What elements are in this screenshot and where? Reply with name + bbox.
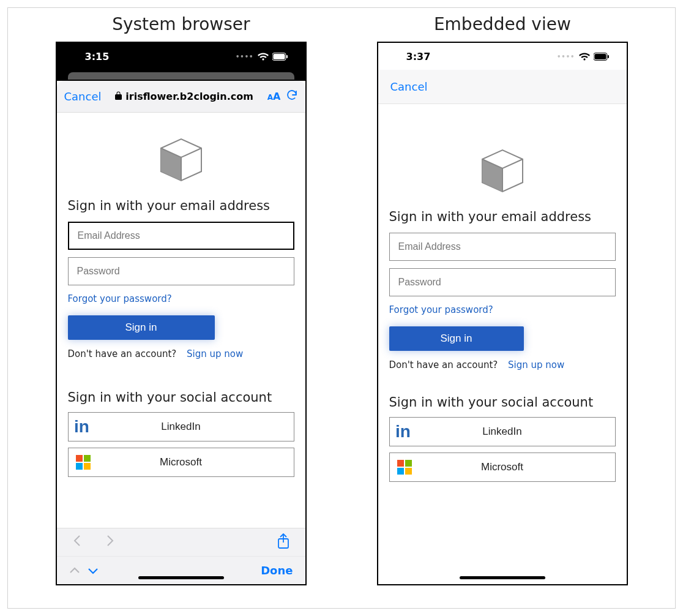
app-logo <box>68 136 294 184</box>
done-button[interactable]: Done <box>261 564 293 577</box>
svg-rect-9 <box>76 463 83 470</box>
forgot-password-link[interactable]: Forgot your password? <box>68 293 172 304</box>
linkedin-icon: in <box>390 423 419 440</box>
microsoft-button[interactable]: Microsoft <box>389 453 616 482</box>
title-embedded-view: Embedded view <box>434 14 571 34</box>
url-text: irisflower.b2clogin.com <box>125 91 253 102</box>
signup-link[interactable]: Sign up now <box>187 348 243 359</box>
wifi-icon <box>258 53 269 61</box>
address-bar[interactable]: irisflower.b2clogin.com <box>106 91 262 102</box>
battery-icon <box>594 53 610 61</box>
status-time: 3:15 <box>85 51 110 62</box>
svg-rect-20 <box>397 460 404 467</box>
phone-system-browser: 3:15 •••• Cancel ir <box>56 42 307 585</box>
share-button[interactable] <box>277 533 289 552</box>
svg-rect-10 <box>84 463 91 470</box>
home-indicator <box>138 576 224 579</box>
phone-embedded-view: 3:37 •••• Cancel <box>377 42 628 585</box>
cancel-button[interactable]: Cancel <box>64 90 102 103</box>
safari-find-bar: Done <box>57 556 305 584</box>
linkedin-button[interactable]: in LinkedIn <box>68 412 294 441</box>
svg-rect-23 <box>405 468 412 475</box>
signup-link[interactable]: Sign up now <box>508 359 564 370</box>
no-account-text: Don't have an account? <box>389 359 498 370</box>
svg-text:in: in <box>74 418 89 435</box>
back-button[interactable] <box>73 535 81 550</box>
embedded-nav-bar: Cancel <box>378 70 627 104</box>
status-bar: 3:15 •••• <box>57 43 305 70</box>
linkedin-label: LinkedIn <box>98 421 294 433</box>
microsoft-button[interactable]: Microsoft <box>68 448 294 477</box>
app-logo <box>389 147 616 195</box>
comparison-container: System browser Embedded view 3:15 •••• <box>7 7 676 609</box>
social-heading: Sign in with your social account <box>389 395 616 410</box>
linkedin-icon: in <box>69 418 98 435</box>
refresh-button[interactable] <box>286 89 298 104</box>
svg-rect-2 <box>286 55 288 58</box>
linkedin-button[interactable]: in LinkedIn <box>389 417 616 446</box>
svg-rect-14 <box>594 54 606 59</box>
svg-rect-15 <box>608 55 609 58</box>
lock-icon <box>115 91 122 102</box>
forgot-password-link[interactable]: Forgot your password? <box>389 304 493 315</box>
svg-text:in: in <box>395 423 411 440</box>
page-content: Sign in with your email address Forgot y… <box>57 113 305 528</box>
wifi-icon <box>579 53 590 61</box>
svg-rect-8 <box>84 455 91 462</box>
page-content: Sign in with your email address Forgot y… <box>378 104 627 584</box>
no-account-text: Don't have an account? <box>68 348 177 359</box>
microsoft-icon <box>390 460 419 475</box>
svg-rect-1 <box>273 54 285 59</box>
home-indicator <box>460 576 545 579</box>
signup-row: Don't have an account? Sign up now <box>389 359 616 370</box>
reader-button[interactable]: AA <box>267 91 281 102</box>
find-prev-button[interactable] <box>69 564 80 577</box>
svg-rect-22 <box>397 468 404 475</box>
safari-nav-bar: Cancel irisflower.b2clogin.com AA <box>57 81 305 113</box>
signin-heading: Sign in with your email address <box>68 198 294 213</box>
safari-toolbar <box>57 528 305 556</box>
svg-rect-21 <box>405 460 412 467</box>
cancel-button[interactable]: Cancel <box>390 80 428 93</box>
password-field[interactable] <box>389 268 616 296</box>
signup-row: Don't have an account? Sign up now <box>68 348 294 359</box>
signin-button[interactable]: Sign in <box>68 315 215 340</box>
email-field[interactable] <box>389 233 616 261</box>
cellular-icon: •••• <box>236 53 254 60</box>
signin-button[interactable]: Sign in <box>389 326 524 351</box>
password-field[interactable] <box>68 257 294 285</box>
forward-button[interactable] <box>106 535 114 550</box>
microsoft-label: Microsoft <box>98 456 294 468</box>
microsoft-label: Microsoft <box>419 461 615 473</box>
linkedin-label: LinkedIn <box>419 426 615 438</box>
email-field[interactable] <box>68 222 294 250</box>
status-bar: 3:37 •••• <box>378 43 627 70</box>
title-system-browser: System browser <box>112 14 250 34</box>
signin-heading: Sign in with your email address <box>389 209 616 224</box>
svg-rect-7 <box>76 455 83 462</box>
battery-icon <box>272 53 288 61</box>
social-heading: Sign in with your social account <box>68 390 294 405</box>
cellular-icon: •••• <box>557 53 575 60</box>
card-stack-background <box>57 70 305 81</box>
find-next-button[interactable] <box>88 564 99 577</box>
microsoft-icon <box>69 455 98 470</box>
status-time: 3:37 <box>406 51 431 62</box>
